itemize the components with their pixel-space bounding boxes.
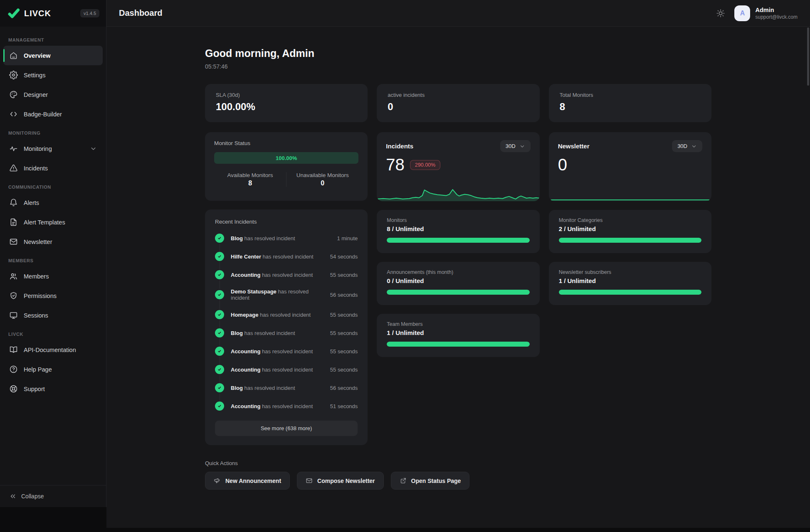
progress-bar	[387, 238, 529, 243]
incident-text: Demo Statuspage has resolved incident	[231, 288, 324, 301]
app-name: LIVCK	[24, 9, 51, 18]
incident-item: Blog has resolved incident56 seconds	[215, 379, 358, 397]
usage-label: Monitors	[387, 217, 529, 223]
sidebar-item-help-page[interactable]: Help Page	[3, 360, 103, 379]
collapse-label: Collapse	[21, 493, 44, 500]
check-circle-icon	[215, 347, 224, 356]
sidebar-item-api-documentation[interactable]: API-Documentation	[3, 340, 103, 360]
sidebar-item-badge-builder[interactable]: Badge-Builder	[3, 104, 103, 124]
quick-actions-label: Quick Actions	[205, 460, 711, 466]
incident-text: Homepage has resolved incident	[231, 312, 324, 318]
livck-logo-icon	[7, 7, 20, 20]
sidebar-section-label: MONITORING	[8, 131, 98, 135]
check-circle-icon	[215, 328, 224, 337]
sidebar-item-overview[interactable]: Overview	[3, 46, 103, 65]
incident-text: Accounting has resolved incident	[231, 348, 324, 355]
stat-label: active incidents	[388, 92, 528, 98]
sidebar-item-newsletter[interactable]: Newsletter	[3, 232, 103, 251]
sidebar-item-label: Sessions	[24, 312, 48, 319]
sidebar-item-alerts[interactable]: Alerts	[3, 193, 103, 212]
usage-card-team-members: Team Members1 / Unlimited	[377, 314, 539, 357]
megaphone-icon	[214, 477, 221, 484]
usage-label: Newsletter subscribers	[559, 269, 701, 275]
usage-card-announcements-this-month: Announcements (this month)0 / Unlimited	[377, 262, 539, 305]
check-circle-icon	[215, 383, 224, 392]
monitor-status-title: Monitor Status	[214, 140, 358, 146]
logo-row: LIVCK v1.4.5	[0, 0, 106, 27]
user-menu[interactable]: A Admin support@livck.com	[734, 5, 798, 21]
stat-card-sla-30d: SLA (30d)100.00%	[205, 84, 368, 122]
usage-label: Monitor Categories	[559, 217, 701, 223]
sidebar-item-members[interactable]: Members	[3, 266, 103, 286]
home-icon	[9, 51, 18, 60]
usage-label: Team Members	[387, 321, 529, 327]
incident-time: 55 seconds	[330, 312, 358, 318]
sidebar-item-sessions[interactable]: Sessions	[3, 305, 103, 325]
collapse-button[interactable]: Collapse	[0, 485, 106, 507]
incident-text: Accounting has resolved incident	[231, 367, 324, 373]
sidebar-item-monitoring[interactable]: Monitoring	[3, 139, 103, 158]
see-more-button[interactable]: See more (638 more)	[215, 421, 358, 436]
quick-actions-row: New AnnouncementCompose NewsletterOpen S…	[205, 472, 711, 490]
incident-item: Homepage has resolved incident55 seconds	[215, 305, 358, 324]
avatar: A	[734, 5, 750, 21]
sidebar-section-label: MANAGEMENT	[8, 37, 98, 42]
main-area: Dashboard A Admin support@livck.com Good…	[106, 0, 810, 532]
usage-right-column: Monitor Categories2 / UnlimitedNewslette…	[549, 210, 711, 305]
sidebar-item-designer[interactable]: Designer	[3, 85, 103, 104]
incident-time: 54 seconds	[330, 254, 358, 260]
book-icon	[9, 345, 18, 354]
user-email: support@livck.com	[755, 14, 798, 20]
stat-value: 100.00%	[216, 101, 357, 113]
newsletter-range-select[interactable]: 30D	[672, 140, 702, 152]
sidebar-item-alert-templates[interactable]: Alert Templates	[3, 212, 103, 232]
warning-icon	[9, 164, 18, 172]
incidents-range-select[interactable]: 30D	[500, 140, 531, 152]
incident-text: Hilfe Center has resolved incident	[231, 254, 324, 260]
chevron-down-icon	[691, 143, 697, 149]
incidents-range-value: 30D	[506, 143, 516, 149]
pulse-icon	[9, 144, 18, 153]
stats-row: SLA (30d)100.00%active incidents0Total M…	[205, 84, 711, 122]
scrollbar-thumb[interactable]	[807, 27, 809, 86]
theme-toggle-sun-icon[interactable]	[716, 9, 725, 18]
mail-icon	[306, 477, 313, 484]
open-status-page-button[interactable]: Open Status Page	[391, 472, 470, 490]
sidebar-section-label: COMMUNICATION	[8, 185, 98, 190]
progress-bar	[387, 290, 529, 295]
sidebar-nav: MANAGEMENTOverviewSettingsDesignerBadge-…	[0, 27, 106, 485]
chevron-down-icon	[519, 143, 525, 149]
sidebar-item-permissions[interactable]: Permissions	[3, 286, 103, 305]
greeting: Good morning, Admin	[205, 47, 711, 59]
sidebar-item-support[interactable]: Support	[3, 379, 103, 399]
compose-newsletter-button[interactable]: Compose Newsletter	[297, 472, 383, 490]
shield-check-icon	[9, 291, 18, 300]
sidebar-item-settings[interactable]: Settings	[3, 65, 103, 85]
incident-time: 55 seconds	[330, 348, 358, 355]
sidebar-section-label: MEMBERS	[8, 258, 98, 263]
available-monitors-label: Available Monitors	[214, 172, 286, 178]
sidebar-item-label: Help Page	[24, 366, 52, 373]
incident-time: 51 seconds	[330, 403, 358, 409]
incident-time: 56 seconds	[330, 385, 358, 391]
incident-time: 1 minute	[337, 235, 358, 241]
recent-incidents-list: Blog has resolved incident1 minuteHilfe …	[215, 229, 358, 415]
topbar: Dashboard A Admin support@livck.com	[106, 0, 810, 27]
unavailable-monitors-value: 0	[286, 180, 358, 187]
usage-card-monitors: Monitors8 / Unlimited	[377, 210, 539, 253]
incident-time: 56 seconds	[330, 292, 358, 298]
bell-icon	[9, 198, 18, 207]
usage-value: 1 / Unlimited	[387, 329, 529, 336]
sidebar-section-label: LIVCK	[8, 332, 98, 337]
available-monitors-value: 8	[214, 180, 286, 187]
palette-icon	[9, 90, 18, 99]
monitor-icon	[9, 311, 18, 320]
stat-label: Total Monitors	[560, 92, 701, 98]
new-announcement-button[interactable]: New Announcement	[205, 472, 290, 490]
sidebar-item-incidents[interactable]: Incidents	[3, 158, 103, 178]
newsletter-chart-card: Newsletter 30D 0	[549, 132, 711, 201]
incident-text: Blog has resolved incident	[231, 385, 324, 391]
users-icon	[9, 272, 18, 281]
newsletter-sparkline-chart	[549, 175, 711, 201]
newsletter-count: 0	[558, 155, 567, 174]
